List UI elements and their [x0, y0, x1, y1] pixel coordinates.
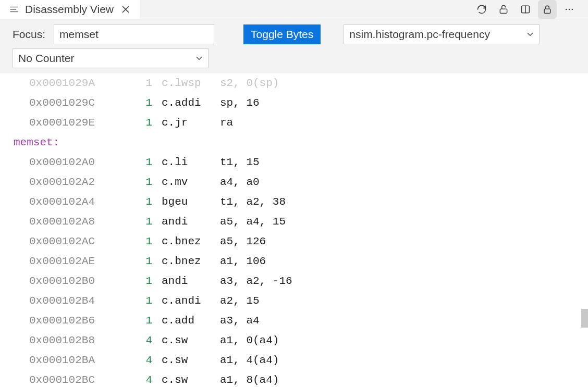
- count: 4: [123, 370, 162, 387]
- count: 1: [123, 172, 162, 192]
- chevron-down-icon: [525, 30, 535, 39]
- tab-actions: [472, 0, 588, 19]
- scrollbar-thumb[interactable]: [581, 309, 588, 328]
- tab-bar: Disassembly View: [0, 0, 588, 19]
- mnemonic: andi: [162, 212, 220, 232]
- disasm-row[interactable]: 0x000102A21c.mva4, a0: [0, 172, 588, 192]
- disasm-row[interactable]: 0x000102BA4c.swa1, 4(a4): [0, 351, 588, 370]
- disasm-row[interactable]: 0x0001029A1c.lwsps2, 0(sp): [0, 73, 588, 93]
- address: 0x000102AE: [29, 252, 123, 271]
- disasm-row[interactable]: 0x000102B61c.adda3, a4: [0, 311, 588, 331]
- histogram-select-value: nsim.histogram.pc-frequency: [349, 28, 490, 41]
- tab-disassembly[interactable]: Disassembly View: [0, 0, 140, 19]
- toggle-bytes-button[interactable]: Toggle Bytes: [243, 24, 321, 44]
- disasm-row[interactable]: 0x000102A81andia5, a4, 15: [0, 212, 588, 232]
- address: 0x0001029A: [29, 73, 123, 93]
- count: 1: [123, 232, 162, 252]
- disassembly-listing[interactable]: 0x0001029A1c.lwsps2, 0(sp)0x0001029C1c.a…: [0, 73, 588, 387]
- address: 0x0001029E: [29, 113, 123, 133]
- more-actions-button[interactable]: [560, 0, 579, 19]
- operands: a1, 106: [220, 252, 266, 271]
- mnemonic: c.sw: [162, 370, 220, 387]
- disasm-row[interactable]: 0x000102AE1c.bneza1, 106: [0, 252, 588, 271]
- count: 1: [123, 192, 162, 212]
- count: 1: [123, 271, 162, 291]
- operands: s2, 0(sp): [220, 73, 279, 93]
- operands: t1, 15: [220, 153, 260, 172]
- mnemonic: c.andi: [162, 291, 220, 311]
- symbol-label: memset:: [0, 133, 588, 153]
- count: 1: [123, 73, 162, 93]
- mnemonic: c.bnez: [162, 252, 220, 271]
- count: 1: [123, 153, 162, 172]
- operands: ra: [220, 113, 233, 133]
- disasm-row[interactable]: 0x000102B41c.andia2, 15: [0, 291, 588, 311]
- address: 0x000102B4: [29, 291, 123, 311]
- address: 0x000102B6: [29, 311, 123, 331]
- svg-point-10: [569, 9, 570, 10]
- disasm-row[interactable]: 0x000102B84c.swa1, 0(a4): [0, 331, 588, 351]
- count: 1: [123, 311, 162, 331]
- mnemonic: c.sw: [162, 351, 220, 370]
- counter-select-value: No Counter: [18, 52, 74, 65]
- address: 0x000102A8: [29, 212, 123, 232]
- disasm-row[interactable]: 0x000102B01andia3, a2, -16: [0, 271, 588, 291]
- controls-panel: Focus: Toggle Bytes nsim.histogram.pc-fr…: [0, 19, 588, 73]
- count: 1: [123, 252, 162, 271]
- histogram-select[interactable]: nsim.histogram.pc-frequency: [344, 24, 540, 44]
- operands: a3, a4: [220, 311, 260, 331]
- focus-label: Focus:: [13, 28, 45, 41]
- mnemonic: andi: [162, 271, 220, 291]
- address: 0x000102B8: [29, 331, 123, 351]
- operands: a1, 8(a4): [220, 370, 279, 387]
- operands: a5, a4, 15: [220, 212, 286, 232]
- count: 1: [123, 113, 162, 133]
- mnemonic: bgeu: [162, 192, 220, 212]
- refresh-button[interactable]: [472, 0, 491, 19]
- mnemonic: c.addi: [162, 93, 220, 113]
- count: 1: [123, 291, 162, 311]
- svg-point-11: [572, 9, 573, 10]
- svg-point-9: [566, 9, 567, 10]
- disasm-row[interactable]: 0x0001029C1c.addisp, 16: [0, 93, 588, 113]
- operands: a2, 15: [220, 291, 260, 311]
- mnemonic: c.bnez: [162, 232, 220, 252]
- count: 4: [123, 351, 162, 370]
- operands: a1, 4(a4): [220, 351, 279, 370]
- svg-rect-5: [500, 9, 507, 13]
- count: 1: [123, 212, 162, 232]
- chevron-down-icon: [194, 54, 204, 63]
- mnemonic: c.mv: [162, 172, 220, 192]
- mnemonic: c.li: [162, 153, 220, 172]
- mnemonic: c.add: [162, 311, 220, 331]
- operands: a3, a2, -16: [220, 271, 292, 291]
- list-icon: [9, 5, 19, 14]
- address: 0x000102AC: [29, 232, 123, 252]
- address: 0x000102A2: [29, 172, 123, 192]
- split-editor-button[interactable]: [516, 0, 535, 19]
- disasm-row[interactable]: 0x000102A41bgeut1, a2, 38: [0, 192, 588, 212]
- mnemonic: c.lwsp: [162, 73, 220, 93]
- operands: t1, a2, 38: [220, 192, 286, 212]
- count: 1: [123, 93, 162, 113]
- disasm-row[interactable]: 0x000102BC4c.swa1, 8(a4): [0, 370, 588, 387]
- address: 0x000102A4: [29, 192, 123, 212]
- counter-select[interactable]: No Counter: [13, 48, 209, 68]
- tab-title: Disassembly View: [25, 3, 114, 16]
- disasm-row[interactable]: 0x000102A01c.lit1, 15: [0, 153, 588, 172]
- mnemonic: c.sw: [162, 331, 220, 351]
- focus-input[interactable]: [54, 24, 214, 44]
- disasm-row[interactable]: 0x000102AC1c.bneza5, 126: [0, 232, 588, 252]
- mnemonic: c.jr: [162, 113, 220, 133]
- operands: a1, 0(a4): [220, 331, 279, 351]
- unlock-button[interactable]: [494, 0, 513, 19]
- close-icon[interactable]: [120, 4, 131, 15]
- address: 0x000102BA: [29, 351, 123, 370]
- address: 0x000102A0: [29, 153, 123, 172]
- disasm-row[interactable]: 0x0001029E1c.jrra: [0, 113, 588, 133]
- svg-rect-8: [544, 9, 550, 13]
- operands: sp, 16: [220, 93, 260, 113]
- lock-button[interactable]: [538, 0, 557, 19]
- operands: a4, a0: [220, 172, 260, 192]
- address: 0x000102B0: [29, 271, 123, 291]
